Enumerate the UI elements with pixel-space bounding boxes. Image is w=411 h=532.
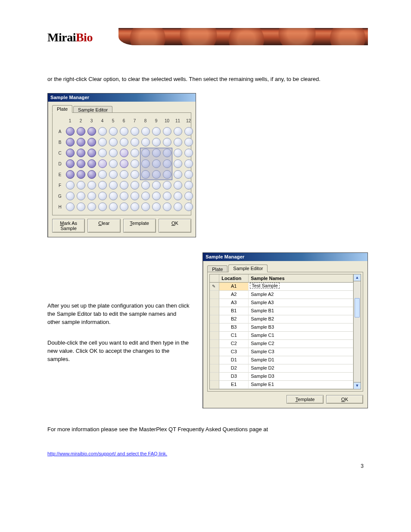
well-F7[interactable] — [129, 180, 140, 191]
cell-location[interactable]: A2 — [219, 291, 249, 299]
sample-name-input[interactable]: Test Sample — [250, 283, 280, 289]
well-F8[interactable] — [140, 180, 151, 191]
well-A11[interactable] — [172, 126, 183, 137]
well-E1[interactable] — [65, 169, 75, 180]
sample-table[interactable]: Location Sample Names ✎A1Test SampleA2Sa… — [209, 274, 354, 389]
well-G4[interactable] — [97, 191, 108, 202]
well-C3[interactable] — [86, 148, 97, 159]
well-D1[interactable] — [65, 159, 75, 169]
well-C10[interactable] — [162, 148, 172, 159]
well-F1[interactable] — [65, 180, 75, 191]
cell-location[interactable]: B2 — [219, 315, 249, 324]
well-E10[interactable] — [162, 169, 172, 180]
dialog-titlebar[interactable]: Sample Manager — [48, 93, 196, 102]
cell-location[interactable]: D1 — [219, 356, 249, 364]
well-H2[interactable] — [75, 202, 86, 212]
well-D11[interactable] — [172, 159, 183, 169]
well-B1[interactable] — [65, 137, 75, 148]
well-D5[interactable] — [108, 159, 118, 169]
ok-button[interactable]: OK — [326, 395, 363, 404]
well-A3[interactable] — [86, 126, 97, 137]
clear-button[interactable]: Clear — [87, 219, 120, 233]
well-C6[interactable] — [118, 148, 129, 159]
table-row[interactable]: A2Sample A2 — [210, 291, 353, 299]
cell-location[interactable]: C2 — [219, 340, 249, 348]
well-E11[interactable] — [172, 169, 183, 180]
well-C9[interactable] — [151, 148, 162, 159]
well-G2[interactable] — [75, 191, 86, 202]
well-A8[interactable] — [140, 126, 151, 137]
well-F4[interactable] — [97, 180, 108, 191]
well-G11[interactable] — [172, 191, 183, 202]
well-H6[interactable] — [118, 202, 129, 212]
well-B12[interactable] — [183, 137, 194, 148]
mark-as-sample-button[interactable]: Mark As Sample — [52, 219, 85, 233]
cell-location[interactable]: D2 — [219, 364, 249, 373]
cell-location[interactable]: B3 — [219, 324, 249, 332]
well-B4[interactable] — [97, 137, 108, 148]
template-button[interactable]: Template — [123, 219, 156, 233]
well-G10[interactable] — [162, 191, 172, 202]
cell-sample-name[interactable]: Sample B2 — [249, 315, 353, 324]
well-A10[interactable] — [162, 126, 172, 137]
well-C2[interactable] — [75, 148, 86, 159]
well-F3[interactable] — [86, 180, 97, 191]
well-C1[interactable] — [65, 148, 75, 159]
well-D3[interactable] — [86, 159, 97, 169]
cell-location[interactable]: E1 — [219, 381, 249, 389]
well-G12[interactable] — [183, 191, 194, 202]
well-F10[interactable] — [162, 180, 172, 191]
well-B8[interactable] — [140, 137, 151, 148]
well-F2[interactable] — [75, 180, 86, 191]
well-D6[interactable] — [118, 159, 129, 169]
well-A2[interactable] — [75, 126, 86, 137]
table-row[interactable]: C3Sample C3 — [210, 348, 353, 356]
cell-sample-name[interactable]: Test Sample — [249, 283, 353, 291]
cell-sample-name[interactable]: Sample B1 — [249, 307, 353, 315]
well-F6[interactable] — [118, 180, 129, 191]
well-E9[interactable] — [151, 169, 162, 180]
well-A5[interactable] — [108, 126, 118, 137]
scroll-thumb[interactable] — [355, 298, 360, 317]
table-row[interactable]: B3Sample B3 — [210, 324, 353, 332]
cell-sample-name[interactable]: Sample C1 — [249, 332, 353, 340]
well-A6[interactable] — [118, 126, 129, 137]
well-C8[interactable] — [140, 148, 151, 159]
well-D12[interactable] — [183, 159, 194, 169]
table-row[interactable]: B2Sample B2 — [210, 315, 353, 324]
well-E8[interactable] — [140, 169, 151, 180]
well-F12[interactable] — [183, 180, 194, 191]
well-A12[interactable] — [183, 126, 194, 137]
well-B7[interactable] — [129, 137, 140, 148]
table-row[interactable]: C1Sample C1 — [210, 332, 353, 340]
well-H3[interactable] — [86, 202, 97, 212]
template-button[interactable]: Template — [286, 395, 324, 404]
well-C5[interactable] — [108, 148, 118, 159]
well-H5[interactable] — [108, 202, 118, 212]
cell-location[interactable]: C1 — [219, 332, 249, 340]
cell-sample-name[interactable]: Sample D3 — [249, 373, 353, 381]
well-C11[interactable] — [172, 148, 183, 159]
cell-location[interactable]: B1 — [219, 307, 249, 315]
cell-location[interactable]: A3 — [219, 299, 249, 307]
well-C4[interactable] — [97, 148, 108, 159]
well-H9[interactable] — [151, 202, 162, 212]
well-D2[interactable] — [75, 159, 86, 169]
well-G3[interactable] — [86, 191, 97, 202]
well-E3[interactable] — [86, 169, 97, 180]
well-G9[interactable] — [151, 191, 162, 202]
well-H12[interactable] — [183, 202, 194, 212]
dialog-titlebar[interactable]: Sample Manager — [203, 253, 367, 261]
well-E6[interactable] — [118, 169, 129, 180]
cell-sample-name[interactable]: Sample A2 — [249, 291, 353, 299]
well-E7[interactable] — [129, 169, 140, 180]
well-A4[interactable] — [97, 126, 108, 137]
well-G5[interactable] — [108, 191, 118, 202]
well-D9[interactable] — [151, 159, 162, 169]
scroll-down-button[interactable]: ▼ — [354, 382, 361, 389]
well-H4[interactable] — [97, 202, 108, 212]
plate-grid[interactable]: 123456789101112ABCDEFGH — [55, 115, 188, 212]
well-B6[interactable] — [118, 137, 129, 148]
well-E5[interactable] — [108, 169, 118, 180]
table-row[interactable]: ✎A1Test Sample — [210, 283, 353, 291]
